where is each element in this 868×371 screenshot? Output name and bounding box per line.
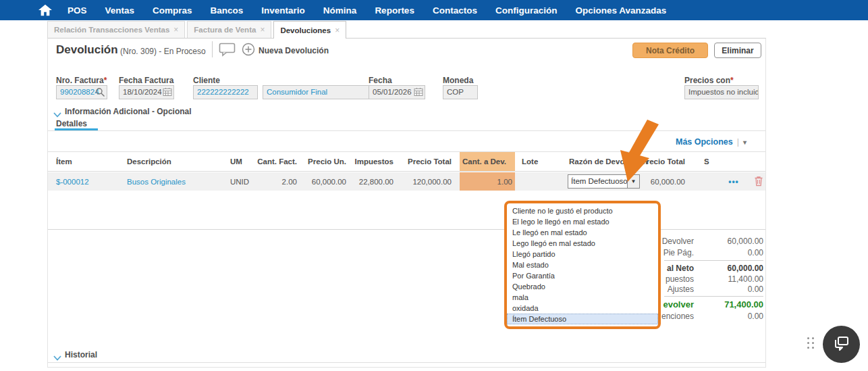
divider (212, 41, 213, 57)
chat-bubbles-icon (833, 335, 850, 354)
col-precio-un[interactable]: Precio Un. (303, 152, 349, 171)
tab-label: Devoluciones (280, 26, 331, 34)
col-cant-a-dev[interactable]: Cant. a Dev. (460, 152, 515, 171)
chevron-down-icon: ▾ (743, 139, 747, 146)
col-lote[interactable]: Lote (519, 152, 560, 171)
fecha-factura-label: Fecha Factura (119, 76, 173, 85)
dropdown-option[interactable]: El lego le llegó en mal estado (507, 216, 658, 227)
close-icon[interactable]: × (335, 26, 340, 35)
nav-item-contactos[interactable]: Contactos (433, 5, 477, 16)
divider (664, 296, 763, 297)
nav-item-nomina[interactable]: Nómina (323, 5, 357, 16)
moneda-label: Moneda (443, 76, 473, 85)
tab-devoluciones[interactable]: Devoluciones × (273, 21, 346, 39)
row-cant-a-dev-field[interactable]: 1.00 (460, 172, 515, 191)
trash-icon (754, 176, 763, 188)
nav-item-ventas[interactable]: Ventas (105, 5, 135, 16)
divider (664, 260, 763, 261)
row-descripcion-link[interactable]: Busos Originales (124, 172, 225, 191)
moneda-field[interactable]: COP (443, 85, 478, 99)
status-text: (Nro. 309) - En Proceso (120, 47, 206, 56)
dropdown-option[interactable]: oxidada (507, 303, 658, 314)
dropdown-option[interactable]: Mal estado (507, 259, 658, 270)
nota-credito-button[interactable]: Nota Crédito (632, 43, 708, 58)
dropdown-option[interactable]: Cliente no le gustó el producto (507, 205, 658, 216)
col-impuestos[interactable]: Impuestos (352, 152, 396, 171)
nro-factura-label: Nro. Factura* (56, 76, 107, 85)
divider (48, 362, 765, 363)
precios-con-field[interactable]: Impuestos no incluidos (684, 85, 759, 99)
row-precio-total: 120,000.00 (399, 172, 454, 191)
nav-item-compras[interactable]: Compras (153, 5, 192, 16)
info-adicional-toggle[interactable]: Información Adicional - Opcional (65, 107, 192, 116)
tab-factura-de-venta[interactable]: Factura de Venta × (187, 21, 271, 38)
nav-item-bancos[interactable]: Bancos (211, 5, 244, 16)
col-descripcion[interactable]: Descripción (124, 152, 225, 171)
fecha-field[interactable]: 05/01/2026 (369, 85, 425, 99)
calendar-icon[interactable] (163, 87, 172, 99)
content-panel: Devolución (Nro. 309) - En Proceso Nueva… (47, 38, 766, 368)
search-icon[interactable] (95, 87, 105, 99)
drag-handle[interactable] (807, 337, 814, 349)
dropdown-option[interactable]: Quebrado (507, 281, 658, 292)
cliente-id-field[interactable]: 222222222222 (193, 85, 258, 99)
col-precio-total[interactable]: Precio Total (399, 152, 454, 171)
delete-row-button[interactable] (750, 172, 767, 191)
row-cant-fact: 2.00 (252, 172, 300, 191)
row-more-options[interactable]: ••• (720, 172, 748, 191)
row-impuestos: 22,800.00 (352, 172, 396, 191)
precios-con-label: Precios con* (684, 76, 734, 85)
dropdown-option[interactable]: Lego llegó en mal estado (507, 238, 658, 249)
plus-circle-icon[interactable] (242, 43, 255, 59)
dropdown-option[interactable]: Llegó partido (507, 249, 658, 259)
row-item-link[interactable]: $-000012 (53, 172, 121, 191)
eliminar-button[interactable]: Eliminar (714, 43, 761, 58)
col-s[interactable]: S (701, 152, 716, 171)
divider: | (737, 137, 739, 147)
mas-opciones-button[interactable]: Más Opciones | ▾ (676, 137, 747, 147)
close-icon[interactable]: × (260, 25, 265, 34)
dropdown-option[interactable]: Le llegó en mal estado (507, 227, 658, 238)
dropdown-option-selected[interactable]: Ítem Defectuoso (507, 314, 658, 324)
tab-label: Factura de Venta (194, 26, 256, 34)
nav-item-inventario[interactable]: Inventario (261, 5, 305, 16)
dropdown-option[interactable]: Por Garantía (507, 270, 658, 281)
tab-bar: Relación Transacciones Ventas × Factura … (47, 21, 348, 38)
close-icon[interactable]: × (173, 25, 178, 34)
new-devolucion-button[interactable]: Nueva Devolución (259, 46, 329, 55)
tab-detalles[interactable]: Detalles (56, 119, 87, 128)
row-lote-field[interactable] (519, 172, 560, 191)
nav-item-pos[interactable]: POS (67, 5, 87, 16)
cliente-label: Cliente (193, 76, 220, 85)
callout-arrow-icon (607, 120, 661, 184)
nav-item-configuracion[interactable]: Configuración (495, 5, 558, 16)
tab-label: Relación Transacciones Ventas (54, 26, 169, 34)
page-title: Devolución (56, 43, 118, 57)
top-navbar: POS Ventas Compras Bancos Inventario Nóm… (0, 0, 868, 20)
dropdown-option[interactable]: mala (507, 292, 658, 303)
fecha-label: Fecha (369, 76, 392, 85)
home-icon[interactable] (38, 3, 53, 17)
row-precio-un: 60,000.00 (303, 172, 349, 191)
col-cant-fact[interactable]: Cant. Fact. (252, 152, 300, 171)
chat-button[interactable] (823, 326, 860, 363)
nav-item-opciones-avanzadas[interactable]: Opciones Avanzadas (575, 5, 666, 16)
razon-devolucion-dropdown-list: Cliente no le gustó el producto El lego … (504, 201, 661, 329)
historial-toggle[interactable]: Historial (65, 350, 97, 360)
nav-item-reportes[interactable]: Reportes (375, 5, 414, 16)
comment-icon[interactable] (219, 43, 236, 60)
nro-factura-field[interactable]: 990208824 (56, 85, 107, 99)
tab-relacion-transacciones-ventas[interactable]: Relación Transacciones Ventas × (47, 21, 185, 38)
app-window: POS Ventas Compras Bancos Inventario Nóm… (0, 0, 868, 371)
calendar-icon[interactable] (414, 87, 423, 99)
fecha-factura-field[interactable]: 18/10/2024 (119, 85, 174, 99)
col-item[interactable]: Ítem (53, 152, 121, 171)
